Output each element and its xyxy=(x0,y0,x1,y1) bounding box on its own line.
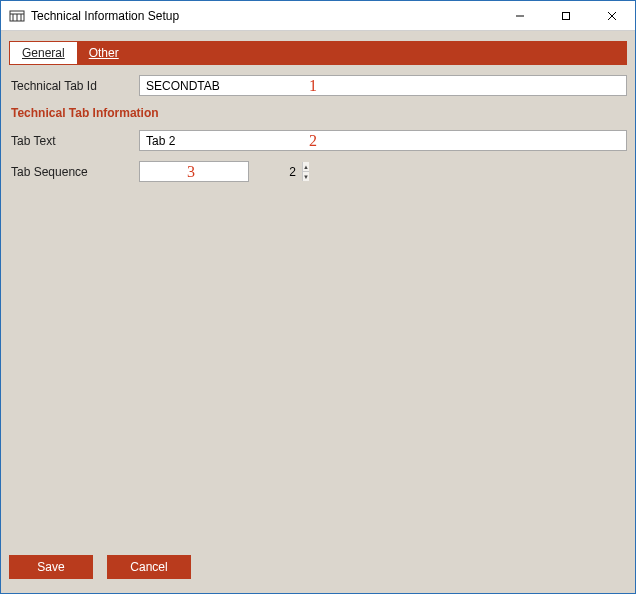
label-tab-sequence: Tab Sequence xyxy=(9,165,139,179)
label-tab-id: Technical Tab Id xyxy=(9,79,139,93)
button-row: Save Cancel xyxy=(9,551,627,585)
label-tab-text: Tab Text xyxy=(9,134,139,148)
client-area: General Other Technical Tab Id 1 Technic… xyxy=(1,31,635,593)
app-icon xyxy=(9,8,25,24)
window-title: Technical Information Setup xyxy=(31,9,497,23)
window-controls xyxy=(497,1,635,30)
svg-rect-6 xyxy=(563,12,570,19)
spinner-up-button[interactable]: ▲ xyxy=(303,162,309,171)
row-tab-text: Tab Text 2 xyxy=(9,130,627,151)
app-window: Technical Information Setup General Othe… xyxy=(0,0,636,594)
tab-general[interactable]: General xyxy=(10,42,77,64)
save-button[interactable]: Save xyxy=(9,555,93,579)
spinner-buttons: ▲ ▼ xyxy=(302,162,309,181)
maximize-button[interactable] xyxy=(543,1,589,30)
cancel-button[interactable]: Cancel xyxy=(107,555,191,579)
section-header: Technical Tab Information xyxy=(11,106,627,120)
row-tab-sequence: Tab Sequence ▲ ▼ 3 xyxy=(9,161,627,182)
minimize-button[interactable] xyxy=(497,1,543,30)
spinner-down-button[interactable]: ▼ xyxy=(303,171,309,181)
spinner-tab-sequence: ▲ ▼ xyxy=(139,161,249,182)
tabbar: General Other xyxy=(9,41,627,65)
input-tab-sequence[interactable] xyxy=(140,162,302,181)
input-tab-id[interactable] xyxy=(139,75,627,96)
close-button[interactable] xyxy=(589,1,635,30)
tab-other[interactable]: Other xyxy=(77,42,131,64)
row-tab-id: Technical Tab Id 1 xyxy=(9,75,627,96)
input-tab-text[interactable] xyxy=(139,130,627,151)
general-panel: Technical Tab Id 1 Technical Tab Informa… xyxy=(9,65,627,551)
titlebar: Technical Information Setup xyxy=(1,1,635,31)
